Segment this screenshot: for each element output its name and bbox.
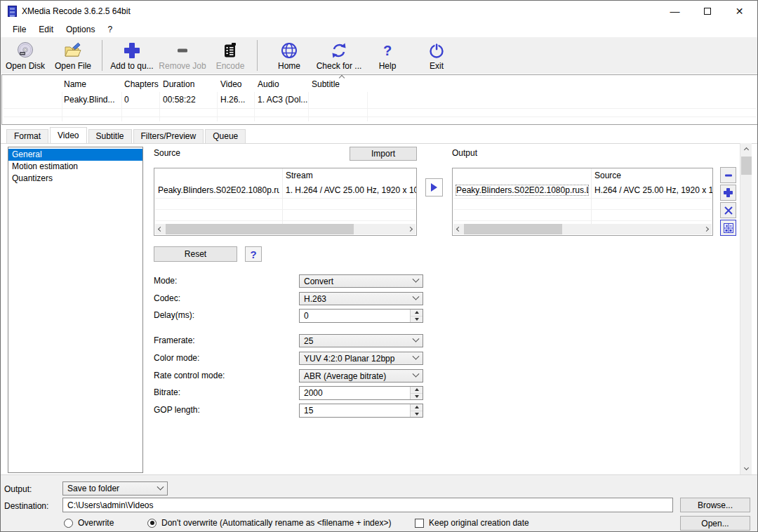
maximize-button[interactable]: [691, 1, 723, 22]
tab-format[interactable]: Format: [6, 129, 48, 143]
scroll-left-icon[interactable]: [453, 224, 464, 234]
output-source-column-header[interactable]: Source: [594, 171, 621, 180]
spinner-buttons[interactable]: [410, 387, 423, 399]
column-duration[interactable]: Duration: [163, 79, 194, 89]
matrix-button[interactable]: [720, 220, 736, 236]
codec-select[interactable]: H.263: [299, 292, 423, 305]
scroll-thumb[interactable]: [166, 224, 354, 234]
import-button[interactable]: Import: [350, 147, 417, 161]
spinner-buttons[interactable]: [410, 310, 423, 322]
delete-stream-button[interactable]: [720, 202, 736, 218]
exit-button[interactable]: Exit: [415, 37, 458, 74]
spin-up-icon[interactable]: [411, 310, 423, 317]
job-chapters: 0: [124, 95, 129, 105]
mode-select[interactable]: Convert: [299, 274, 423, 288]
question-icon: ?: [383, 41, 392, 60]
column-video[interactable]: Video: [220, 79, 241, 89]
minus-icon: [173, 41, 192, 60]
add-stream-button[interactable]: [720, 185, 736, 201]
color-mode-select[interactable]: YUV 4:2:0 Planar 12bpp: [299, 352, 423, 365]
page-vscrollbar[interactable]: [740, 143, 752, 474]
stream-column-header[interactable]: Stream: [286, 171, 313, 180]
keep-date-checkbox[interactable]: [415, 519, 424, 528]
spin-down-icon[interactable]: [411, 394, 423, 400]
column-audio[interactable]: Audio: [258, 79, 279, 89]
scroll-thumb[interactable]: [741, 157, 752, 175]
bitrate-input[interactable]: 2000: [299, 386, 423, 400]
help-button[interactable]: ? Help: [367, 37, 408, 74]
keep-date-option[interactable]: Keep original creation date: [415, 518, 529, 528]
form-help-button[interactable]: ?: [245, 246, 262, 262]
scroll-left-icon[interactable]: [155, 224, 166, 234]
open-disk-button[interactable]: Open Disk: [2, 37, 48, 74]
menu-options[interactable]: Options: [60, 23, 101, 36]
job-list-header: Name Chapters Duration Video Audio Subti…: [2, 79, 757, 92]
output-hscrollbar[interactable]: [453, 224, 712, 234]
dont-overwrite-radio[interactable]: [147, 519, 157, 528]
add-to-queue-button[interactable]: Add to qu...: [107, 37, 157, 74]
remove-stream-button[interactable]: [720, 167, 736, 183]
question-icon: ?: [250, 248, 256, 260]
scroll-up-icon[interactable]: [740, 143, 752, 154]
open-destination-button[interactable]: Open...: [680, 516, 750, 531]
browse-button[interactable]: Browse...: [680, 498, 750, 512]
output-mode-select[interactable]: Save to folder: [62, 481, 168, 496]
destination-input[interactable]: C:\Users\admin\Videos: [62, 498, 673, 512]
category-general[interactable]: General: [8, 149, 142, 161]
scroll-right-icon[interactable]: [701, 224, 712, 234]
tab-subtitle[interactable]: Subtitle: [88, 129, 132, 143]
transfer-stream-button[interactable]: [425, 178, 443, 197]
menu-help[interactable]: ?: [101, 23, 119, 36]
check-for-updates-button[interactable]: Check for ...: [311, 37, 367, 74]
remove-job-button[interactable]: Remove Job: [157, 37, 208, 74]
minimize-button[interactable]: —: [659, 1, 691, 22]
open-file-button[interactable]: Open File: [48, 37, 98, 74]
source-stream-table[interactable]: Stream Peaky.Blinders.S02E02.1080p.ru...…: [154, 168, 417, 236]
encode-label: Encode: [216, 61, 245, 71]
category-motion-estimation[interactable]: Motion estimation: [8, 161, 142, 173]
reset-button[interactable]: Reset: [154, 246, 237, 262]
gop-length-input[interactable]: 15: [299, 404, 423, 418]
scroll-thumb[interactable]: [464, 224, 562, 234]
output-stream-table[interactable]: Source Peaky.Blinders.S02E02.1080p.rus.L…: [452, 168, 713, 236]
spin-down-icon[interactable]: [411, 411, 423, 418]
menu-edit[interactable]: Edit: [32, 23, 60, 36]
job-list[interactable]: Name Chapters Duration Video Audio Subti…: [1, 74, 758, 125]
job-video: H.26...: [220, 95, 245, 105]
source-stream-cell: 1. H.264 / AVC 25.00 Hz, 1920 x 1080: [286, 185, 416, 195]
column-name[interactable]: Name: [64, 79, 86, 89]
spin-up-icon[interactable]: [411, 387, 423, 394]
overwrite-option[interactable]: Overwrite: [64, 518, 114, 528]
tab-filters-preview[interactable]: Filters/Preview: [133, 129, 204, 143]
minus-icon: [724, 171, 733, 180]
scroll-down-icon[interactable]: [740, 463, 752, 474]
menu-file[interactable]: File: [6, 23, 32, 36]
spinner-buttons[interactable]: [410, 404, 423, 417]
check-for-updates-label: Check for ...: [317, 61, 362, 71]
encode-button[interactable]: Encode: [208, 37, 253, 74]
tab-video[interactable]: Video: [50, 127, 86, 143]
scroll-right-icon[interactable]: [405, 224, 415, 234]
tab-queue[interactable]: Queue: [205, 129, 246, 143]
codec-label: Codec:: [154, 292, 180, 305]
video-category-list[interactable]: General Motion estimation Quantizers: [8, 147, 143, 473]
column-subtitle[interactable]: Subtitle: [312, 79, 340, 89]
source-hscrollbar[interactable]: [155, 224, 415, 234]
category-quantizers[interactable]: Quantizers: [8, 173, 142, 185]
framerate-select[interactable]: 25: [299, 334, 423, 347]
job-name: Peaky.Blind...: [64, 95, 114, 105]
spin-up-icon[interactable]: [411, 404, 423, 411]
delay-input[interactable]: 0: [299, 309, 423, 323]
overwrite-radio[interactable]: [64, 519, 73, 528]
dont-overwrite-option[interactable]: Don't overwrite (Automatically rename as…: [147, 518, 391, 528]
home-button[interactable]: Home: [267, 37, 311, 74]
matrix-icon: [723, 222, 734, 234]
rate-control-select[interactable]: ABR (Average bitrate): [299, 369, 423, 383]
job-row[interactable]: Peaky.Blind... 0 00:58:22 H.26... 1. AC3…: [2, 95, 757, 107]
refresh-icon: [330, 41, 348, 60]
job-duration: 00:58:22: [163, 95, 196, 105]
color-mode-label: Color mode:: [154, 352, 199, 365]
spin-down-icon[interactable]: [411, 317, 423, 323]
column-chapters[interactable]: Chapters: [124, 79, 159, 89]
close-button[interactable]: ✕: [724, 1, 755, 22]
